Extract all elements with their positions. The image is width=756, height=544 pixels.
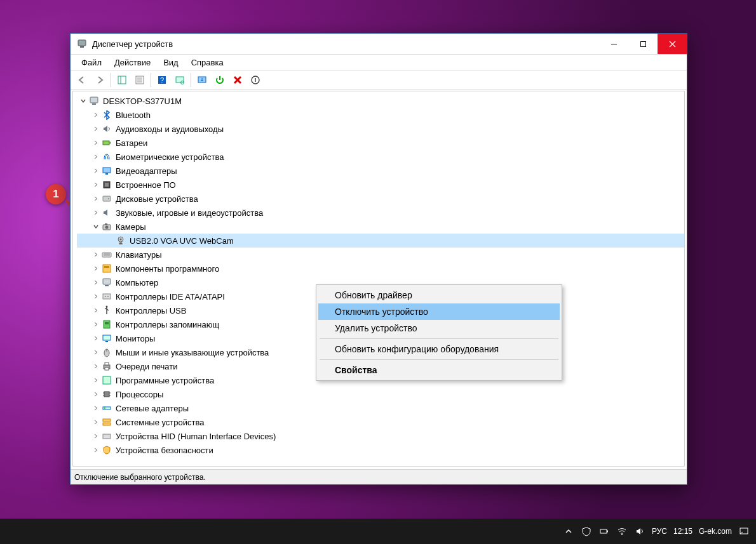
svg-rect-27 xyxy=(103,168,111,173)
tree-item-label: Биометрические устройства xyxy=(116,150,224,164)
mouse-icon xyxy=(101,347,112,358)
tray-chevron-up-icon[interactable] xyxy=(563,526,574,537)
tree-item[interactable]: Батареи xyxy=(77,136,684,150)
tray-notifications-icon[interactable] xyxy=(738,526,750,537)
tray-battery-icon[interactable] xyxy=(598,526,610,537)
softdev-icon xyxy=(101,375,112,386)
tree-item[interactable]: Встроенное ПО xyxy=(77,178,684,192)
svg-rect-56 xyxy=(105,362,109,365)
tree-item[interactable]: Клавиатуры xyxy=(77,248,684,262)
keyboard-icon xyxy=(101,249,112,260)
svg-rect-45 xyxy=(103,294,111,299)
svg-rect-51 xyxy=(103,335,111,340)
chevron-right-icon[interactable] xyxy=(91,415,101,429)
tree-item[interactable]: Устройства HID (Human Interface Devices) xyxy=(77,429,684,443)
tree-item-label: Дисковые устройства xyxy=(116,192,198,206)
svg-point-37 xyxy=(120,239,122,241)
chevron-right-icon[interactable] xyxy=(91,262,101,275)
svg-rect-68 xyxy=(103,434,111,439)
tb-scan-button[interactable] xyxy=(172,72,188,88)
tree-item[interactable]: Bluetooth xyxy=(77,108,684,122)
tree-item[interactable]: Видеоадаптеры xyxy=(77,164,684,178)
svg-rect-30 xyxy=(105,183,109,187)
tree-item[interactable]: Компоненты программного xyxy=(77,262,684,275)
tray-language[interactable]: РУС xyxy=(652,527,667,536)
menu-help[interactable]: Справка xyxy=(186,56,229,69)
tree-item-label: Батареи xyxy=(116,136,147,150)
menu-view[interactable]: Вид xyxy=(158,56,184,69)
menu-file[interactable]: Файл xyxy=(76,56,107,69)
tray-wifi-icon[interactable] xyxy=(616,526,628,537)
svg-rect-43 xyxy=(103,279,111,284)
chevron-right-icon[interactable] xyxy=(91,275,101,289)
tree-item-label: Сетевые адаптеры xyxy=(116,402,189,415)
minimize-button[interactable] xyxy=(599,34,628,54)
tree-item-label: Мыши и иные указывающие устройства xyxy=(116,346,269,359)
tb-properties-button[interactable] xyxy=(132,72,148,88)
tb-back-button[interactable] xyxy=(74,72,90,88)
chevron-right-icon[interactable] xyxy=(91,164,101,178)
chevron-right-icon[interactable] xyxy=(91,136,101,150)
maximize-button[interactable] xyxy=(628,34,658,54)
chevron-down-icon[interactable] xyxy=(78,94,88,108)
svg-point-32 xyxy=(108,198,109,199)
ctx-properties[interactable]: Свойства xyxy=(318,362,560,378)
close-button[interactable] xyxy=(658,34,687,54)
svg-rect-6 xyxy=(640,41,645,46)
chevron-right-icon[interactable] xyxy=(91,317,101,331)
svg-rect-24 xyxy=(92,103,96,105)
tb-forward-button[interactable] xyxy=(91,72,108,88)
tree-item[interactable]: Камеры xyxy=(77,220,684,234)
chevron-right-icon[interactable] xyxy=(91,122,101,136)
tree-item[interactable]: Звуковые, игровые и видеоустройства xyxy=(77,206,684,220)
menu-action[interactable]: Действие xyxy=(109,56,156,69)
chevron-right-icon[interactable] xyxy=(91,303,101,317)
disk-icon xyxy=(101,193,112,204)
tree-item[interactable]: Устройства безопасности xyxy=(77,443,684,457)
tb-uninstall-button[interactable] xyxy=(229,72,246,88)
chevron-right-icon[interactable] xyxy=(91,345,101,359)
chevron-right-icon[interactable] xyxy=(91,289,101,303)
tb-update-button[interactable] xyxy=(194,72,210,88)
tree-root[interactable]: DESKTOP-S377U1M xyxy=(77,94,684,108)
tb-show-hide-button[interactable] xyxy=(114,72,130,88)
tb-disable-button[interactable] xyxy=(247,72,264,88)
chevron-right-icon[interactable] xyxy=(91,443,101,457)
chevron-down-icon[interactable] xyxy=(91,220,101,234)
ctx-scan-hardware[interactable]: Обновить конфигурацию оборудования xyxy=(318,341,560,357)
chevron-right-icon[interactable] xyxy=(91,359,101,373)
firmware-icon xyxy=(101,179,112,190)
chevron-right-icon[interactable] xyxy=(91,150,101,164)
tree-item[interactable]: Процессоры xyxy=(77,387,684,401)
ctx-uninstall-device[interactable]: Удалить устройство xyxy=(318,320,560,336)
tree-item[interactable]: USB2.0 VGA UVC WebCam xyxy=(77,234,684,248)
ctx-disable-device[interactable]: Отключить устройство xyxy=(318,303,560,320)
device-tree[interactable]: DESKTOP-S377U1M Bluetooth Аудиовходы и а… xyxy=(72,91,685,467)
chevron-right-icon[interactable] xyxy=(91,178,101,192)
tray-time[interactable]: 12:15 xyxy=(673,527,692,536)
chevron-right-icon[interactable] xyxy=(91,373,101,387)
camera-icon xyxy=(101,221,112,232)
ctx-update-driver[interactable]: Обновить драйвер xyxy=(318,287,560,303)
chevron-right-icon[interactable] xyxy=(91,192,101,206)
chevron-right-icon[interactable] xyxy=(91,401,101,415)
tree-item[interactable]: Аудиовходы и аудиовыходы xyxy=(77,122,684,136)
tree-item-label: Мониторы xyxy=(116,332,155,345)
chevron-right-icon[interactable] xyxy=(91,248,101,262)
tb-help-button[interactable]: ? xyxy=(154,72,170,88)
chevron-right-icon[interactable] xyxy=(91,429,101,443)
chevron-right-icon[interactable] xyxy=(91,206,101,220)
tree-item[interactable]: Сетевые адаптеры xyxy=(77,401,684,415)
chevron-right-icon[interactable] xyxy=(91,108,101,122)
tree-item[interactable]: Дисковые устройства xyxy=(77,192,684,206)
chevron-right-icon[interactable] xyxy=(91,331,101,345)
tree-item[interactable]: Системные устройства xyxy=(77,415,684,429)
chevron-right-icon[interactable] xyxy=(91,387,101,401)
titlebar: Диспетчер устройств xyxy=(71,34,687,55)
tray-security-icon[interactable] xyxy=(581,526,592,537)
tb-enable-button[interactable] xyxy=(212,72,228,88)
display-icon xyxy=(101,165,112,176)
tray-volume-icon[interactable] xyxy=(634,526,645,537)
svg-rect-64 xyxy=(103,407,111,409)
tree-item[interactable]: Биометрические устройства xyxy=(77,150,684,164)
